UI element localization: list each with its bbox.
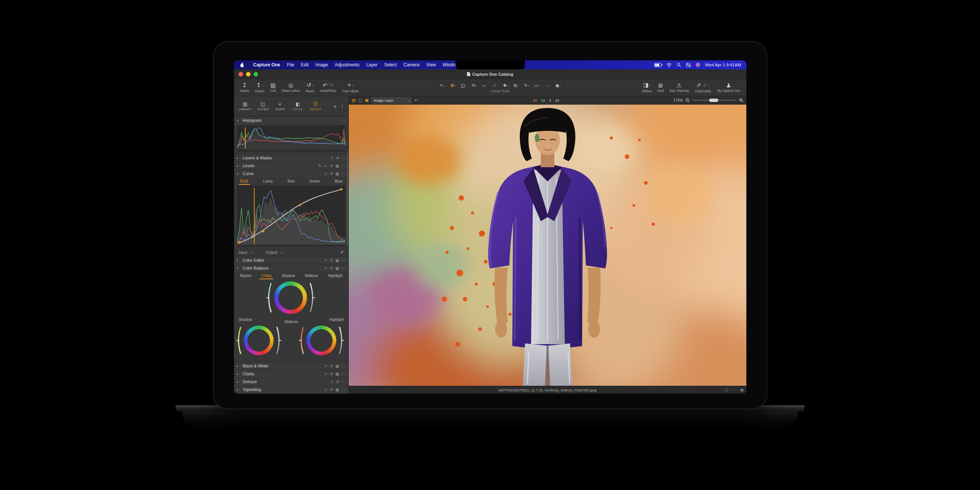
layers-masks-header[interactable]: ▸ Layers & Masks ⇗↺⋯ [234,154,348,162]
midtone-wheel-indicator[interactable] [288,295,294,301]
more-icon[interactable]: ⋯ [342,364,345,368]
clarity-header[interactable]: ▸ Clarity ⇗↺▦⋯ [234,370,348,377]
rotate-tool[interactable]: ⟲▾ [469,83,479,89]
my-capture-one-button[interactable]: ♟My Capture One [714,79,743,96]
copy-icon[interactable]: ⇗ [324,388,327,392]
curve-tab-luma[interactable]: Luma [262,178,274,185]
tab-adjust[interactable]: ☰ADJUST [307,102,325,111]
menu-item-image[interactable]: Image [312,62,331,67]
apple-logo-icon[interactable] [239,62,244,67]
undo-redo-button[interactable]: ↶ ↷Undo/Redo [317,79,339,96]
tab-library[interactable]: ▤LIBRARY [236,102,254,111]
share-online-button[interactable]: ◎Share online [278,79,303,96]
preset-icon[interactable]: ▦ [336,172,339,176]
copy-icon[interactable]: ⇗ [330,380,333,384]
preset-icon[interactable]: ▦ [336,388,339,392]
more-icon[interactable]: ⋯ [342,258,345,262]
crop-tool[interactable]: ◱▾ [459,83,468,89]
cb-tab-3way[interactable]: 3-Way [259,272,274,279]
grid-button[interactable]: ⊞Grid [654,79,667,96]
menu-item-layer[interactable]: Layer [363,62,381,67]
cb-tab-midtone[interactable]: Midtone [304,272,320,279]
expand-tools-icon[interactable]: » [334,103,336,109]
preset-icon[interactable]: ▦ [336,266,339,270]
shadow-wheel[interactable] [236,325,281,356]
reset-icon[interactable]: ↺ [336,380,339,384]
highlight-luminance-arc[interactable] [338,325,344,356]
zoom-in-icon[interactable] [739,98,743,102]
straighten-tool[interactable]: ∕▾ [490,83,500,89]
clone-tool[interactable]: ⧉▾ [511,83,520,89]
heal-tool[interactable]: ✚▾ [501,83,510,89]
reset-icon[interactable]: ↺ [330,266,332,270]
control-center-icon[interactable] [686,63,691,67]
highlight-saturation-arc[interactable] [299,325,305,356]
zoom-level[interactable]: 176% [673,98,683,102]
histogram-header[interactable]: ▾ Histogram ⋯ [234,116,348,124]
curve-tab-blue[interactable]: Blue [333,178,344,185]
before-button[interactable]: ◨▾Before [639,79,654,96]
color-editor-header[interactable]: ▸ Color Editor ⇗↺▦⋯ [234,256,348,264]
menu-item-file[interactable]: File [283,62,298,67]
menu-item-camera[interactable]: Camera [400,62,423,67]
menu-item-edit[interactable]: Edit [298,62,312,67]
highlight-wheel[interactable] [299,325,344,356]
spotlight-icon[interactable] [676,63,681,67]
curve-chart[interactable] [237,186,345,246]
tab-shape[interactable]: ◐SHAPE [272,102,289,111]
midtone-luminance-arc[interactable] [309,281,315,315]
zoom-slider[interactable] [692,100,737,101]
annotate-tool[interactable]: ✎▾ [522,83,531,89]
photo-canvas[interactable] [349,105,746,386]
more-icon[interactable]: ⋯ [342,172,345,176]
proof-view-icon[interactable]: ▣ [365,98,369,102]
frame-icon[interactable]: ▢ [725,388,728,392]
eraser-tool[interactable]: ▱▾ [532,83,542,89]
auto-adjust-button[interactable]: ✧▾Auto Adjust [339,79,361,96]
layer-stepper[interactable]: ▴▾ [409,99,410,102]
reset-icon[interactable]: ↺ [330,164,332,168]
more-icon[interactable]: ⋯ [342,380,345,384]
copy-icon[interactable]: ⇗ [324,172,327,176]
close-window-button[interactable] [239,72,243,76]
preset-icon[interactable]: ▦ [336,164,339,168]
sidebar-scrollbar[interactable] [347,153,348,246]
menu-bar-clock[interactable]: Wed Apr 1 9:41AM [705,63,741,67]
curve-tab-green[interactable]: Green [308,178,321,185]
add-layer-button[interactable]: +▾ [414,98,418,102]
zoom-out-icon[interactable] [686,98,690,102]
grid-toggle-icon[interactable]: ▦ [740,388,743,392]
black-white-header[interactable]: ▸ Black & White ⇗↺▦⋯ [234,362,348,370]
tools-overflow-icon[interactable]: ⋮ [340,103,345,109]
preset-icon[interactable]: ▦ [336,372,339,376]
reset-icon[interactable]: ↺ [330,172,332,176]
reset-icon[interactable]: ↺ [330,258,332,262]
import-button[interactable]: ↧Import [237,79,252,96]
more-icon[interactable]: ⋯ [342,164,345,168]
white-balance-tool[interactable]: ◉▾ [553,83,563,89]
color-balance-header[interactable]: ▾ Color Balance ⇗↺▦⋯ [234,264,348,272]
thumbnail-dots[interactable]: · · · · · [729,388,738,392]
cb-tab-shadow[interactable]: Shadow [280,272,297,279]
edit-icon[interactable]: ✎ [318,164,321,168]
loupe-tool[interactable]: ⌕▾ [480,83,489,89]
menu-item-select[interactable]: Select [381,62,400,67]
cull-button[interactable]: ▥Cull [267,79,279,96]
highlight-wheel-indicator[interactable] [326,337,332,344]
more-icon[interactable]: ⋯ [342,388,345,392]
curve-tab-rgb[interactable]: RGB [239,178,250,185]
cb-tab-highlight[interactable]: Highlight [326,272,344,279]
menu-item-adjustments[interactable]: Adjustments [331,62,363,67]
shadow-wheel-indicator[interactable] [256,337,262,344]
battery-icon[interactable] [654,63,662,67]
more-icon[interactable]: ⋯ [342,266,345,270]
zoom-window-button[interactable] [253,72,258,76]
wifi-icon[interactable] [667,63,672,67]
preset-icon[interactable]: ▦ [336,258,339,262]
midtone-wheel[interactable] [266,281,315,315]
more-icon[interactable]: ⋯ [342,372,345,376]
zoom-slider-knob[interactable] [709,99,718,102]
copy-icon[interactable]: ⇗ [324,364,327,368]
levels-header[interactable]: ▸ Levels ✎⇗↺▦⋯ [234,162,348,169]
export-button[interactable]: ↥▾Export [252,79,267,96]
